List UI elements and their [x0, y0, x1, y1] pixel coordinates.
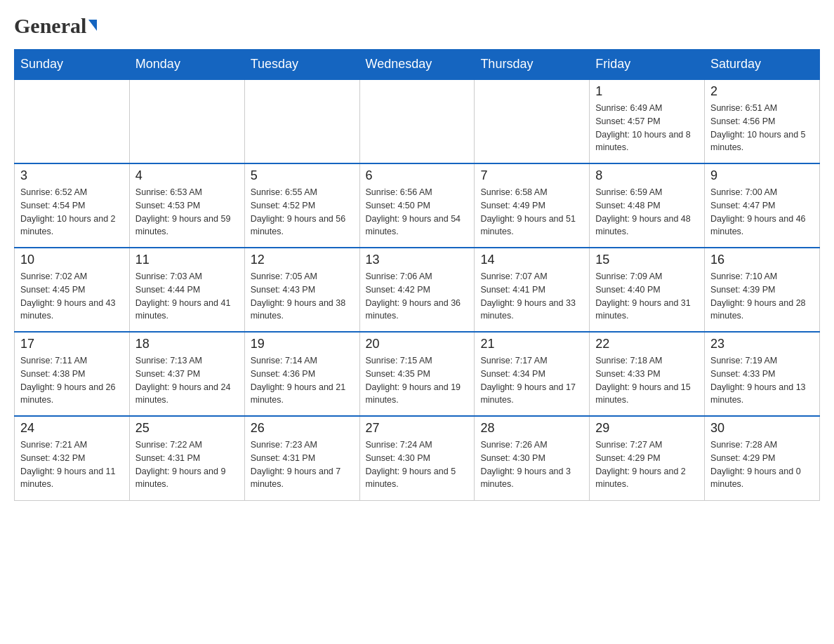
day-info: Sunrise: 7:18 AMSunset: 4:33 PMDaylight:…	[595, 354, 699, 407]
weekday-header-monday: Monday	[129, 50, 244, 80]
day-number: 14	[480, 253, 583, 267]
weekday-header-saturday: Saturday	[705, 50, 820, 80]
day-info: Sunrise: 7:00 AMSunset: 4:47 PMDaylight:…	[710, 186, 814, 239]
day-number: 8	[595, 168, 699, 183]
day-info: Sunrise: 7:06 AMSunset: 4:42 PMDaylight:…	[366, 270, 469, 323]
calendar-cell-5-3: 26Sunrise: 7:23 AMSunset: 4:31 PMDayligh…	[244, 416, 359, 500]
day-number: 5	[251, 168, 354, 183]
weekday-header-row: SundayMondayTuesdayWednesdayThursdayFrid…	[15, 50, 820, 80]
day-number: 18	[135, 337, 239, 351]
day-number: 2	[710, 84, 814, 99]
day-info: Sunrise: 7:11 AMSunset: 4:38 PMDaylight:…	[20, 354, 124, 407]
day-info: Sunrise: 7:10 AMSunset: 4:39 PMDaylight:…	[710, 270, 814, 323]
day-info: Sunrise: 7:19 AMSunset: 4:33 PMDaylight:…	[710, 354, 814, 407]
day-info: Sunrise: 7:21 AMSunset: 4:32 PMDaylight:…	[20, 438, 124, 491]
calendar-cell-2-5: 7Sunrise: 6:58 AMSunset: 4:49 PMDaylight…	[475, 163, 590, 248]
day-number: 21	[480, 337, 583, 351]
day-info: Sunrise: 6:58 AMSunset: 4:49 PMDaylight:…	[480, 186, 583, 239]
calendar-cell-3-2: 11Sunrise: 7:03 AMSunset: 4:44 PMDayligh…	[129, 248, 244, 332]
day-number: 28	[480, 421, 583, 436]
calendar-cell-5-2: 25Sunrise: 7:22 AMSunset: 4:31 PMDayligh…	[129, 416, 244, 500]
calendar-cell-2-4: 6Sunrise: 6:56 AMSunset: 4:50 PMDaylight…	[359, 163, 475, 248]
day-number: 24	[20, 421, 124, 436]
calendar-cell-3-1: 10Sunrise: 7:02 AMSunset: 4:45 PMDayligh…	[15, 248, 130, 332]
calendar-cell-2-6: 8Sunrise: 6:59 AMSunset: 4:48 PMDaylight…	[590, 163, 705, 248]
day-info: Sunrise: 6:56 AMSunset: 4:50 PMDaylight:…	[366, 186, 469, 239]
day-info: Sunrise: 6:52 AMSunset: 4:54 PMDaylight:…	[20, 186, 124, 239]
day-number: 1	[595, 84, 699, 99]
day-number: 4	[135, 168, 239, 183]
calendar-cell-5-7: 30Sunrise: 7:28 AMSunset: 4:29 PMDayligh…	[705, 416, 820, 500]
day-number: 16	[710, 253, 814, 267]
day-number: 9	[710, 168, 814, 183]
day-info: Sunrise: 6:59 AMSunset: 4:48 PMDaylight:…	[595, 186, 699, 239]
day-number: 29	[595, 421, 699, 436]
calendar-cell-1-6: 1Sunrise: 6:49 AMSunset: 4:57 PMDaylight…	[590, 79, 705, 163]
week-row-1: 1Sunrise: 6:49 AMSunset: 4:57 PMDaylight…	[15, 79, 820, 163]
logo: General	[14, 14, 97, 35]
day-number: 25	[135, 421, 239, 436]
calendar-table: SundayMondayTuesdayWednesdayThursdayFrid…	[14, 49, 820, 501]
day-info: Sunrise: 7:02 AMSunset: 4:45 PMDaylight:…	[20, 270, 124, 323]
day-number: 12	[251, 253, 354, 267]
day-info: Sunrise: 7:03 AMSunset: 4:44 PMDaylight:…	[135, 270, 239, 323]
calendar-cell-3-6: 15Sunrise: 7:09 AMSunset: 4:40 PMDayligh…	[590, 248, 705, 332]
calendar-cell-3-4: 13Sunrise: 7:06 AMSunset: 4:42 PMDayligh…	[359, 248, 475, 332]
day-info: Sunrise: 7:17 AMSunset: 4:34 PMDaylight:…	[480, 354, 583, 407]
calendar-cell-4-6: 22Sunrise: 7:18 AMSunset: 4:33 PMDayligh…	[590, 332, 705, 416]
page-header: General	[14, 14, 820, 35]
calendar-cell-1-1	[15, 79, 130, 163]
week-row-2: 3Sunrise: 6:52 AMSunset: 4:54 PMDaylight…	[15, 163, 820, 248]
day-number: 15	[595, 253, 699, 267]
week-row-5: 24Sunrise: 7:21 AMSunset: 4:32 PMDayligh…	[15, 416, 820, 500]
day-number: 6	[366, 168, 469, 183]
day-info: Sunrise: 7:23 AMSunset: 4:31 PMDaylight:…	[251, 438, 354, 491]
calendar-cell-3-7: 16Sunrise: 7:10 AMSunset: 4:39 PMDayligh…	[705, 248, 820, 332]
day-number: 19	[251, 337, 354, 351]
day-info: Sunrise: 7:26 AMSunset: 4:30 PMDaylight:…	[480, 438, 583, 491]
calendar-cell-4-2: 18Sunrise: 7:13 AMSunset: 4:37 PMDayligh…	[129, 332, 244, 416]
day-info: Sunrise: 7:07 AMSunset: 4:41 PMDaylight:…	[480, 270, 583, 323]
day-info: Sunrise: 6:53 AMSunset: 4:53 PMDaylight:…	[135, 186, 239, 239]
logo-general-text: General	[14, 14, 86, 38]
day-number: 27	[366, 421, 469, 436]
calendar-cell-1-4	[359, 79, 475, 163]
weekday-header-tuesday: Tuesday	[244, 50, 359, 80]
week-row-4: 17Sunrise: 7:11 AMSunset: 4:38 PMDayligh…	[15, 332, 820, 416]
day-info: Sunrise: 6:51 AMSunset: 4:56 PMDaylight:…	[710, 102, 814, 154]
day-info: Sunrise: 7:13 AMSunset: 4:37 PMDaylight:…	[135, 354, 239, 407]
calendar-cell-2-2: 4Sunrise: 6:53 AMSunset: 4:53 PMDaylight…	[129, 163, 244, 248]
day-info: Sunrise: 7:05 AMSunset: 4:43 PMDaylight:…	[251, 270, 354, 323]
calendar-cell-3-5: 14Sunrise: 7:07 AMSunset: 4:41 PMDayligh…	[475, 248, 590, 332]
weekday-header-friday: Friday	[590, 50, 705, 80]
day-info: Sunrise: 6:49 AMSunset: 4:57 PMDaylight:…	[595, 102, 699, 154]
calendar-cell-5-1: 24Sunrise: 7:21 AMSunset: 4:32 PMDayligh…	[15, 416, 130, 500]
calendar-cell-5-5: 28Sunrise: 7:26 AMSunset: 4:30 PMDayligh…	[475, 416, 590, 500]
day-info: Sunrise: 7:09 AMSunset: 4:40 PMDaylight:…	[595, 270, 699, 323]
day-number: 22	[595, 337, 699, 351]
day-info: Sunrise: 6:55 AMSunset: 4:52 PMDaylight:…	[251, 186, 354, 239]
calendar-cell-1-2	[129, 79, 244, 163]
calendar-cell-1-5	[475, 79, 590, 163]
calendar-cell-1-7: 2Sunrise: 6:51 AMSunset: 4:56 PMDaylight…	[705, 79, 820, 163]
calendar-cell-2-3: 5Sunrise: 6:55 AMSunset: 4:52 PMDaylight…	[244, 163, 359, 248]
calendar-cell-2-7: 9Sunrise: 7:00 AMSunset: 4:47 PMDaylight…	[705, 163, 820, 248]
calendar-cell-5-4: 27Sunrise: 7:24 AMSunset: 4:30 PMDayligh…	[359, 416, 475, 500]
day-number: 7	[480, 168, 583, 183]
day-number: 3	[20, 168, 124, 183]
calendar-cell-3-3: 12Sunrise: 7:05 AMSunset: 4:43 PMDayligh…	[244, 248, 359, 332]
calendar-cell-4-1: 17Sunrise: 7:11 AMSunset: 4:38 PMDayligh…	[15, 332, 130, 416]
day-number: 10	[20, 253, 124, 267]
day-info: Sunrise: 7:15 AMSunset: 4:35 PMDaylight:…	[366, 354, 469, 407]
weekday-header-wednesday: Wednesday	[359, 50, 475, 80]
calendar-cell-4-7: 23Sunrise: 7:19 AMSunset: 4:33 PMDayligh…	[705, 332, 820, 416]
calendar-cell-4-3: 19Sunrise: 7:14 AMSunset: 4:36 PMDayligh…	[244, 332, 359, 416]
calendar-cell-1-3	[244, 79, 359, 163]
calendar-cell-4-4: 20Sunrise: 7:15 AMSunset: 4:35 PMDayligh…	[359, 332, 475, 416]
day-info: Sunrise: 7:24 AMSunset: 4:30 PMDaylight:…	[366, 438, 469, 491]
weekday-header-sunday: Sunday	[15, 50, 130, 80]
day-info: Sunrise: 7:22 AMSunset: 4:31 PMDaylight:…	[135, 438, 239, 491]
week-row-3: 10Sunrise: 7:02 AMSunset: 4:45 PMDayligh…	[15, 248, 820, 332]
day-info: Sunrise: 7:28 AMSunset: 4:29 PMDaylight:…	[710, 438, 814, 491]
calendar-cell-2-1: 3Sunrise: 6:52 AMSunset: 4:54 PMDaylight…	[15, 163, 130, 248]
